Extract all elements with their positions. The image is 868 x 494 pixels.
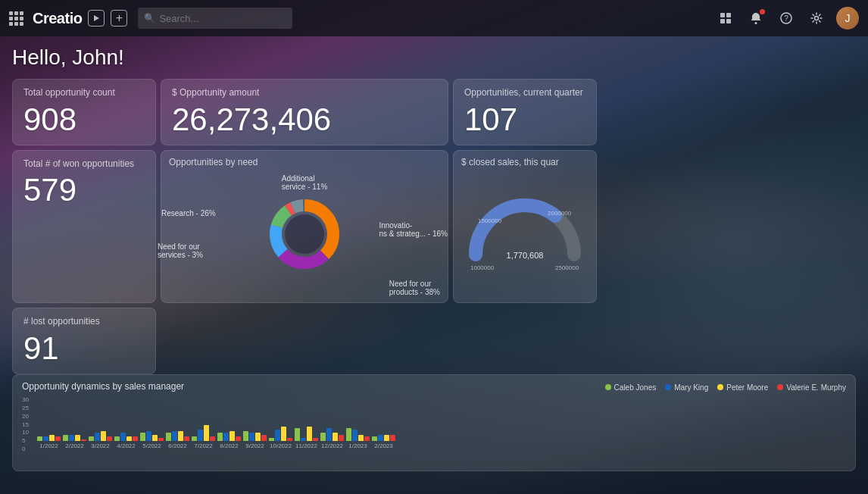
svg-text:2000000: 2000000 <box>548 210 572 217</box>
won-value: 579 <box>23 173 145 208</box>
y-axis-label: 25 <box>22 405 29 411</box>
bar-segment <box>114 436 120 442</box>
bar-group: 1/2022 <box>37 392 61 449</box>
legend-item: Peter Moore <box>717 383 768 392</box>
bar-segment <box>390 435 395 442</box>
bar-segment <box>55 436 61 442</box>
opp-amount-label: $ Opportunity amount <box>172 87 437 99</box>
bar-group: 9/2022 <box>243 392 267 449</box>
donut-label-research: Research - 26% <box>161 209 216 217</box>
y-axis-label: 0 <box>22 446 29 452</box>
gauge-svg: 1,770,608 1000000 1500000 2000000 250000… <box>464 179 585 277</box>
bar-segment <box>295 428 300 441</box>
bar-segment <box>69 435 74 442</box>
bar-group: 6/2022 <box>166 392 189 449</box>
svg-rect-1 <box>720 13 725 17</box>
user-avatar[interactable]: J <box>836 7 859 30</box>
bar-group-label: 7/2022 <box>194 442 212 449</box>
bar-segment <box>301 438 306 441</box>
svg-rect-3 <box>720 19 725 23</box>
opp-current-quarter-card: Opportunities, current quarter 107 <box>453 79 597 145</box>
bar-group-label: 2/2023 <box>374 442 392 449</box>
play-button[interactable] <box>88 10 105 27</box>
bar-segment <box>152 435 158 442</box>
bar-segment <box>217 433 223 441</box>
bar-segment <box>101 431 106 441</box>
bar-group: 5/2022 <box>140 392 164 449</box>
donut-label-services: Need for ourservices - 3% <box>158 242 203 259</box>
bar-segment <box>49 435 55 442</box>
y-axis-label: 20 <box>22 413 29 420</box>
bar-segment <box>261 435 267 442</box>
bar-segment <box>192 436 197 442</box>
greeting-text: Hello, John! <box>12 45 856 70</box>
donut-chart-container: Additionalservice - 11% Innovatio-ns & s… <box>169 171 440 296</box>
legend-item: Caleb Jones <box>605 383 657 392</box>
legend-label: Caleb Jones <box>614 383 657 392</box>
top-navigation: Creatio + 🔍 ? <box>0 0 868 36</box>
donut-label-products: Need for ourproducts - 38% <box>389 280 440 296</box>
svg-text:1,770,608: 1,770,608 <box>507 251 544 260</box>
bar-segment <box>223 433 229 441</box>
bar-segment <box>326 428 332 441</box>
bar-segment <box>120 433 126 441</box>
won-opportunities-card: Total # of won opportunities 579 <box>12 150 156 304</box>
bar-group-label: 12/2022 <box>321 442 343 449</box>
nav-icons-group: ? J <box>715 7 859 30</box>
bar-segment <box>287 438 292 441</box>
donut-chart-svg <box>259 189 350 280</box>
bar-group: 11/2022 <box>295 392 318 449</box>
bar-group-label: 8/2022 <box>220 442 238 449</box>
bar-segment <box>158 438 164 441</box>
legend-dot <box>605 384 611 390</box>
bar-segment <box>372 436 377 442</box>
bar-group-label: 11/2022 <box>295 442 317 449</box>
bar-segment <box>89 436 94 442</box>
bar-group-label: 5/2022 <box>142 442 161 449</box>
bar-segment <box>307 427 312 442</box>
y-axis-label: 10 <box>22 429 29 436</box>
bar-segment <box>352 430 358 441</box>
help-button[interactable]: ? <box>776 8 797 29</box>
svg-text:1500000: 1500000 <box>478 217 502 224</box>
add-button[interactable]: + <box>111 10 127 27</box>
search-input[interactable] <box>138 8 292 29</box>
opp-amount-value: 26,273,406 <box>172 102 437 137</box>
notification-button[interactable] <box>745 8 767 29</box>
bar-segment <box>333 433 338 441</box>
bar-group-label: 2/2022 <box>65 442 83 449</box>
bar-segment <box>243 431 248 441</box>
lost-label: # lost opportunities <box>23 316 145 328</box>
bar-segment <box>281 427 286 442</box>
svg-point-15 <box>285 214 324 254</box>
apps-grid-icon[interactable] <box>9 11 23 26</box>
bar-segment <box>95 433 100 441</box>
settings-button[interactable] <box>806 8 827 29</box>
bar-segment <box>146 431 151 441</box>
bar-segment <box>346 428 351 441</box>
bar-segment <box>63 435 68 442</box>
lost-opportunities-card: # lost opportunities 91 <box>12 308 156 374</box>
legend-item: Mary King <box>665 383 708 392</box>
bar-segment <box>275 430 280 441</box>
gauge-container: 1,770,608 1000000 1500000 2000000 250000… <box>461 171 589 285</box>
legend-dot <box>777 384 783 390</box>
bar-segment <box>384 435 389 442</box>
svg-rect-2 <box>726 13 731 17</box>
by-need-label: Opportunities by need <box>169 157 440 169</box>
closed-sales-card: $ closed sales, this quar 1,770,608 1000… <box>453 150 597 304</box>
grid-apps-button[interactable] <box>715 8 736 29</box>
notification-badge <box>760 9 765 14</box>
dashboard-grid: Total opportunity count 908 $ Opportunit… <box>12 79 856 374</box>
y-axis-label: 5 <box>22 437 29 444</box>
legend-label: Peter Moore <box>726 383 768 392</box>
svg-text:2500000: 2500000 <box>555 264 579 271</box>
svg-rect-4 <box>726 19 731 23</box>
bar-group-label: 4/2022 <box>117 442 135 449</box>
bar-chart-title: Opportunity dynamics by sales manager <box>22 381 184 392</box>
bar-group: 8/2022 <box>217 392 241 449</box>
bar-segment <box>184 436 189 442</box>
bar-group-label: 10/2022 <box>270 442 292 449</box>
bar-segment <box>140 433 145 441</box>
bar-segment <box>37 436 42 442</box>
